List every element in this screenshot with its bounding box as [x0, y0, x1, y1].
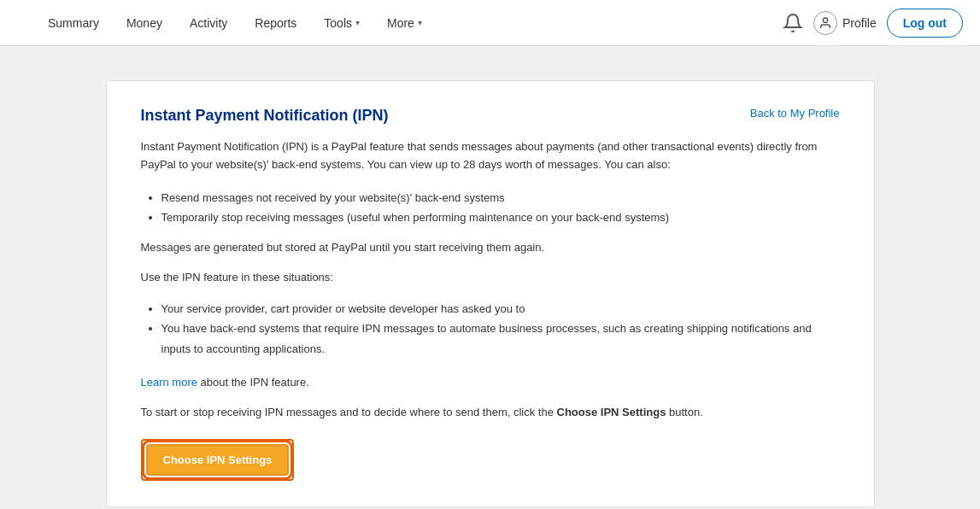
list-item: Your service provider, cart provider or …	[161, 299, 840, 319]
back-to-profile-link[interactable]: Back to My Profile	[750, 107, 840, 120]
page-title: Instant Payment Notification (IPN)	[141, 107, 389, 125]
cta-prefix: To start or stop receiving IPN messages …	[141, 406, 557, 418]
nav-more[interactable]: More ▾	[373, 0, 436, 46]
list-item: Resend messages not received by your web…	[161, 188, 840, 208]
paragraph-1: Messages are generated but stored at Pay…	[141, 239, 840, 257]
main-content: Instant Payment Notification (IPN) Back …	[0, 46, 980, 509]
nav-money[interactable]: Money	[113, 0, 176, 46]
cta-paragraph: To start or stop receiving IPN messages …	[141, 404, 840, 422]
nav-summary[interactable]: Summary	[34, 0, 113, 46]
nav-activity[interactable]: Activity	[176, 0, 241, 46]
ipn-card: Instant Payment Notification (IPN) Back …	[106, 80, 875, 507]
logout-button[interactable]: Log out	[887, 9, 963, 38]
nav-tools[interactable]: Tools ▾	[310, 0, 373, 46]
ipn-description: Instant Payment Notification (IPN) is a …	[141, 138, 840, 174]
cta-bold-text: Choose IPN Settings	[557, 406, 666, 418]
profile-link[interactable]: Profile	[813, 11, 877, 35]
learn-more-suffix: about the IPN feature.	[197, 376, 309, 389]
choose-ipn-settings-button[interactable]: Choose IPN Settings	[146, 444, 290, 476]
tools-chevron-icon: ▾	[355, 18, 360, 27]
profile-avatar-icon	[813, 11, 837, 35]
learn-more-link[interactable]: Learn more	[141, 376, 197, 389]
more-chevron-icon: ▾	[418, 18, 422, 27]
header: P P PayPal Summary Money Activity Report…	[0, 0, 980, 46]
list-item: Temporarily stop receiving messages (use…	[161, 208, 840, 227]
bullets-list-2: Your service provider, cart provider or …	[161, 299, 840, 359]
user-icon	[819, 16, 832, 30]
main-nav: Summary Money Activity Reports Tools ▾ M…	[34, 0, 783, 46]
nav-reports[interactable]: Reports	[241, 0, 310, 46]
list-item: You have back-end systems that require I…	[161, 319, 840, 359]
svg-point-5	[823, 18, 827, 22]
paragraph-2: Use the IPN feature in these situations:	[141, 269, 840, 287]
card-header: Instant Payment Notification (IPN) Back …	[141, 107, 840, 125]
notification-bell-icon[interactable]	[783, 13, 803, 33]
choose-btn-wrapper: Choose IPN Settings	[141, 439, 295, 481]
cta-suffix: button.	[666, 406, 702, 418]
learn-more-paragraph: Learn more about the IPN feature.	[141, 374, 840, 392]
bullets-list-1: Resend messages not received by your web…	[161, 188, 840, 228]
header-right: Profile Log out	[783, 9, 963, 38]
profile-label: Profile	[842, 16, 877, 30]
